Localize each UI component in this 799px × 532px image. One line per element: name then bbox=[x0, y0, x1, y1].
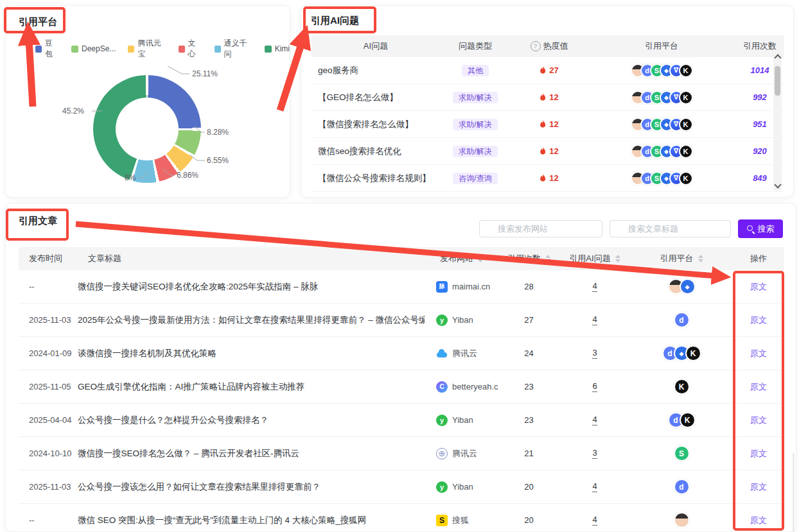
col-header-platforms-sort[interactable]: 引用平台 bbox=[630, 253, 733, 264]
article-date: -- bbox=[19, 515, 78, 525]
help-icon[interactable] bbox=[531, 41, 541, 51]
betteryeah-icon bbox=[436, 381, 448, 393]
platform-icons bbox=[674, 379, 690, 395]
article-date: 2025-11-03 bbox=[19, 315, 78, 325]
qcloud-globe-icon bbox=[436, 448, 448, 459]
table-row: 微信seo搜索排名优化 求助/解决 12 920 bbox=[312, 138, 784, 165]
scrollbar-track bbox=[793, 452, 795, 532]
search-button[interactable]: 搜索 bbox=[738, 219, 783, 238]
platform-icons bbox=[631, 90, 693, 105]
ai-questions-count-link[interactable]: 3 bbox=[592, 448, 597, 459]
ai-questions-count-link[interactable]: 4 bbox=[592, 314, 597, 325]
col-header-type: 问题类型 bbox=[440, 40, 511, 52]
ai-questions-count-link[interactable]: 4 bbox=[592, 281, 597, 292]
col-header-ai-questions-sort[interactable]: 引用AI问题 bbox=[559, 253, 630, 264]
citation-count: 992 bbox=[753, 92, 767, 102]
legend-item-deepseek[interactable]: DeepSe... bbox=[71, 44, 116, 53]
ai-questions-count-link[interactable]: 4 bbox=[592, 481, 597, 492]
legend-swatch bbox=[71, 46, 78, 53]
article-title: 微信搜一搜SEO排名怎么做？ – 腾讯云开发者社区-腾讯云 bbox=[78, 448, 425, 459]
table-row: 2024-10-10 微信搜一搜SEO排名怎么做？ – 腾讯云开发者社区-腾讯云… bbox=[19, 437, 784, 470]
article-title: 微信 SEO 突围:从搜一搜“查无此号”到流量主动上门的 4 大核心策略_搜狐网 bbox=[78, 515, 425, 526]
article-title: GEO生成引擎优化指南：AI推广策略让品牌内容被主动推荐 bbox=[78, 381, 425, 393]
table-row: 【GEO排名怎么做】 求助/解决 12 992 bbox=[312, 84, 784, 111]
citation-count: 951 bbox=[753, 119, 767, 129]
scrollbar bbox=[773, 52, 782, 191]
scroll-up-icon[interactable] bbox=[774, 54, 781, 61]
legend-item-kimi[interactable]: Kimi bbox=[265, 44, 290, 53]
slice-label-kimi: 45.2% bbox=[62, 107, 84, 116]
slice-label-doubao: 25.11% bbox=[192, 69, 218, 78]
article-date: 2024-10-10 bbox=[19, 449, 78, 458]
table-row: 2025-11-05 GEO生成引擎优化指南：AI推广策略让品牌内容被主动推荐 … bbox=[19, 370, 784, 404]
search-site-input[interactable] bbox=[479, 220, 602, 237]
col-header-heat: 热度值 bbox=[511, 40, 588, 52]
kimi-icon bbox=[679, 171, 693, 185]
article-title: 微信搜一搜关键词SEO排名优化全攻略:2025年实战指南 – 脉脉 bbox=[78, 281, 425, 293]
origin-link[interactable]: 原文 bbox=[750, 415, 767, 426]
origin-link[interactable]: 原文 bbox=[750, 381, 767, 393]
question-type-badge: 求助/解决 bbox=[453, 119, 497, 130]
heat-value: 27 bbox=[540, 65, 558, 75]
origin-link[interactable]: 原文 bbox=[750, 314, 767, 326]
flame-icon bbox=[540, 147, 547, 155]
legend-item-wenxin[interactable]: 文心 bbox=[179, 38, 202, 60]
ai-questions-count-link[interactable]: 4 bbox=[592, 415, 597, 425]
article-title: 谈微信搜一搜排名机制及其优化策略 bbox=[78, 348, 425, 359]
ai-questions-count-link[interactable]: 6 bbox=[592, 381, 597, 392]
article-title: 公众号搜一搜该怎么用？如何让文章在搜索结果里排得更靠前？ bbox=[78, 481, 425, 493]
articles-title: 引用文章 bbox=[19, 215, 57, 227]
kimi-icon bbox=[679, 144, 693, 159]
ai-questions-title: 引用AI问题 bbox=[311, 15, 359, 27]
ai-questions-count-link[interactable]: 3 bbox=[592, 348, 597, 359]
sort-icons bbox=[478, 255, 483, 262]
article-citations: 20 bbox=[498, 482, 559, 492]
article-title: 公众号搜一搜是什么？怎样提升公众号搜索排名？ bbox=[78, 415, 425, 426]
articles-table-header: 发布时间 文章标题 发布网站 引用次数 引用AI问题 引用平台 操作 bbox=[19, 247, 784, 270]
heat-value: 12 bbox=[540, 173, 558, 183]
question-text: 【微信公众号搜索排名规则】 bbox=[312, 173, 440, 184]
question-text: geo服务商 bbox=[312, 65, 440, 76]
legend-item-yuanbao[interactable]: 腾讯元宝 bbox=[128, 38, 166, 60]
articles-panel: 引用文章 搜索 发布时间 文章标题 发布网站 引用次数 引用AI问题 引用平台 … bbox=[5, 203, 796, 532]
search-icon bbox=[747, 225, 755, 233]
search-title-input[interactable] bbox=[610, 220, 731, 237]
col-header-citations: 引用次数 bbox=[735, 40, 784, 52]
origin-link[interactable]: 原文 bbox=[750, 481, 767, 493]
question-type-badge: 求助/解决 bbox=[453, 92, 497, 103]
article-citations: 21 bbox=[498, 449, 559, 458]
table-row: 2024-01-09 谈微信搜一搜排名机制及其优化策略 腾讯云 24 3 原文 bbox=[19, 337, 784, 370]
table-row: 【微信搜索排名怎么做】 求助/解决 12 951 bbox=[312, 111, 784, 138]
platform-icons bbox=[631, 117, 693, 132]
article-site: 腾讯云 bbox=[425, 448, 498, 459]
platform-icons bbox=[674, 512, 690, 528]
platform-icons bbox=[674, 445, 690, 461]
origin-link[interactable]: 原文 bbox=[750, 448, 767, 459]
article-citations: 24 bbox=[498, 348, 559, 358]
article-citations: 23 bbox=[498, 415, 559, 425]
donut-chart[interactable] bbox=[93, 75, 201, 183]
platform-icons bbox=[662, 345, 701, 361]
article-date: 2025-11-05 bbox=[19, 382, 78, 391]
ai-questions-count-link[interactable]: 4 bbox=[592, 515, 597, 526]
platform-icons bbox=[674, 312, 690, 328]
legend-item-doubao[interactable]: 豆包 bbox=[35, 38, 59, 60]
qcloud-icon bbox=[436, 348, 448, 359]
origin-link[interactable]: 原文 bbox=[750, 281, 767, 293]
platform-icons bbox=[631, 144, 693, 159]
origin-link[interactable]: 原文 bbox=[750, 348, 767, 359]
scroll-down-icon[interactable] bbox=[774, 181, 781, 188]
article-site: Yiban bbox=[425, 314, 498, 326]
wenxin-icon bbox=[674, 445, 690, 461]
article-date: -- bbox=[19, 282, 78, 291]
origin-link[interactable]: 原文 bbox=[750, 515, 767, 526]
legend-item-tongyi[interactable]: 通义千问 bbox=[215, 38, 252, 60]
article-citations: 27 bbox=[498, 315, 559, 325]
col-header-site-sort[interactable]: 发布网站 bbox=[425, 253, 498, 264]
deepseek-icon bbox=[674, 479, 690, 495]
question-type-badge: 咨询/查询 bbox=[453, 173, 497, 184]
col-header-citations-sort[interactable]: 引用次数 bbox=[498, 253, 559, 264]
citation-count: 849 bbox=[753, 173, 767, 183]
scrollbar-thumb[interactable] bbox=[775, 66, 780, 96]
article-date: 2025-11-03 bbox=[19, 482, 78, 492]
